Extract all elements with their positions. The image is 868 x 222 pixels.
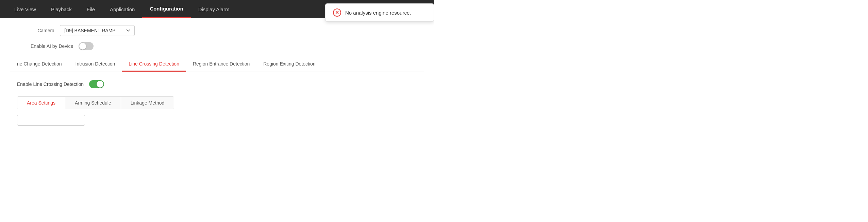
sub-tab-area-settings[interactable]: Area Settings <box>17 97 65 109</box>
error-popup: ✕ No analysis engine resource. <box>325 3 434 22</box>
enable-lc-row: Enable Line Crossing Detection <box>10 80 424 88</box>
tab-intrusion[interactable]: Intrusion Detection <box>69 57 122 72</box>
camera-row: Camera [D9] BASEMENT RAMP <box>10 25 424 36</box>
tab-line-crossing[interactable]: Line Crossing Detection <box>122 57 186 72</box>
bottom-row <box>10 115 424 126</box>
nav-file[interactable]: File <box>79 0 102 18</box>
nav-application[interactable]: Application <box>102 0 142 18</box>
nav-playback[interactable]: Playback <box>44 0 79 18</box>
error-icon: ✕ <box>333 8 341 17</box>
enable-lc-toggle[interactable] <box>89 80 104 88</box>
camera-select[interactable]: [D9] BASEMENT RAMP <box>60 25 135 36</box>
enable-ai-toggle[interactable] <box>79 42 94 50</box>
main-content: Camera [D9] BASEMENT RAMP Enable AI by D… <box>0 18 434 126</box>
error-message: No analysis engine resource. <box>345 10 411 16</box>
camera-label: Camera <box>31 28 54 33</box>
enable-ai-row: Enable AI by Device <box>10 42 424 50</box>
nav-live-view[interactable]: Live View <box>7 0 44 18</box>
tab-region-entrance[interactable]: Region Entrance Detection <box>186 57 256 72</box>
tab-region-exiting[interactable]: Region Exiting Detection <box>256 57 322 72</box>
nav-bar: Live View Playback File Application Conf… <box>0 0 434 18</box>
area-input[interactable] <box>17 115 85 126</box>
enable-ai-label: Enable AI by Device <box>31 43 73 49</box>
sub-tabs: Area Settings Arming Schedule Linkage Me… <box>17 96 174 109</box>
nav-configuration[interactable]: Configuration <box>142 0 190 18</box>
nav-display-alarm[interactable]: Display Alarm <box>191 0 237 18</box>
sub-tab-linkage-method[interactable]: Linkage Method <box>121 97 174 109</box>
detection-tabs: ne Change Detection Intrusion Detection … <box>10 57 424 72</box>
enable-lc-label: Enable Line Crossing Detection <box>17 81 84 87</box>
sub-tab-arming-schedule[interactable]: Arming Schedule <box>65 97 121 109</box>
tab-scene-change[interactable]: ne Change Detection <box>10 57 69 72</box>
